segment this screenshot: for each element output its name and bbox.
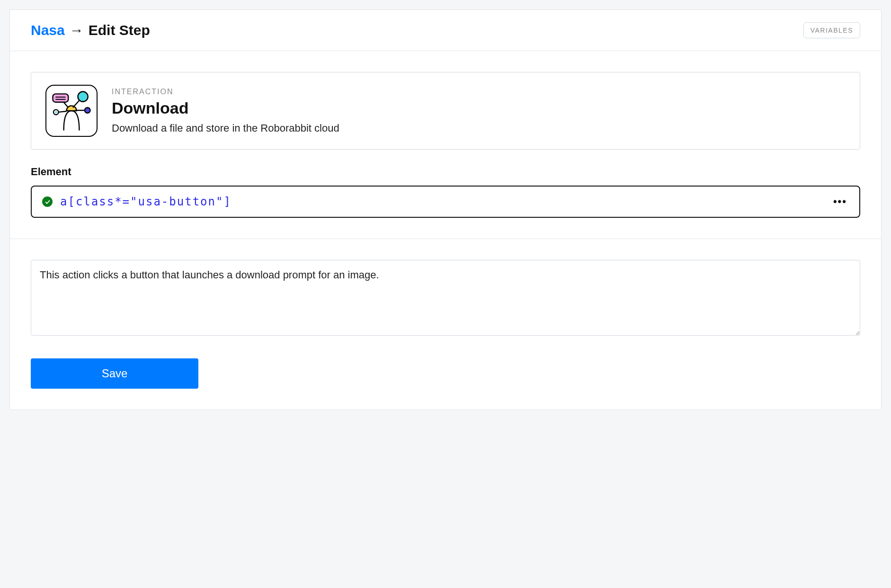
element-label: Element bbox=[31, 166, 860, 178]
interaction-title: Download bbox=[112, 99, 339, 117]
interaction-section: INTERACTION Download Download a file and… bbox=[10, 51, 881, 154]
bottom-section: Save bbox=[10, 239, 881, 410]
page-header: Nasa → Edit Step VARIABLES bbox=[10, 10, 881, 51]
interaction-icon bbox=[45, 85, 98, 137]
svg-rect-8 bbox=[53, 94, 68, 102]
svg-point-6 bbox=[55, 111, 57, 113]
element-options-button[interactable]: ••• bbox=[831, 196, 849, 208]
page-title: Edit Step bbox=[89, 22, 150, 38]
svg-point-1 bbox=[78, 92, 88, 102]
variables-button[interactable]: VARIABLES bbox=[803, 22, 860, 38]
interaction-category-label: INTERACTION bbox=[112, 88, 339, 96]
check-circle-icon bbox=[42, 196, 53, 207]
interaction-description: Download a file and store in the Roborab… bbox=[112, 122, 339, 134]
save-button[interactable]: Save bbox=[31, 358, 198, 389]
breadcrumb-link-nasa[interactable]: Nasa bbox=[31, 22, 65, 38]
page-container: Nasa → Edit Step VARIABLES bbox=[9, 9, 882, 410]
arrow-right-icon: → bbox=[70, 22, 84, 38]
interaction-text: INTERACTION Download Download a file and… bbox=[112, 88, 339, 134]
breadcrumb: Nasa → Edit Step bbox=[31, 22, 150, 38]
interaction-card: INTERACTION Download Download a file and… bbox=[31, 72, 860, 150]
element-section: Element a[class*="usa-button"] ••• bbox=[10, 154, 881, 239]
element-selector-code: a[class*="usa-button"] bbox=[60, 195, 824, 208]
description-textarea[interactable] bbox=[31, 260, 860, 336]
svg-line-4 bbox=[58, 111, 66, 112]
svg-point-3 bbox=[85, 107, 90, 113]
element-selector-field[interactable]: a[class*="usa-button"] ••• bbox=[31, 186, 860, 218]
